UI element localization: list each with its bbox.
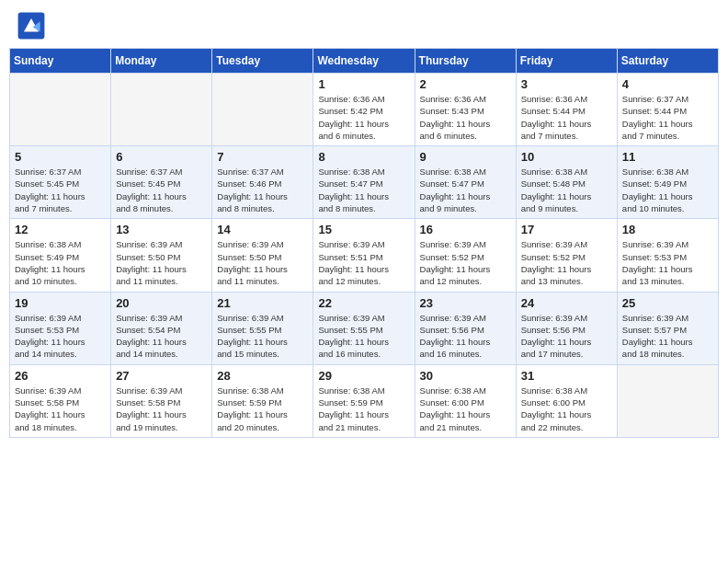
weekday-header-tuesday: Tuesday [212, 49, 313, 74]
day-info: Sunrise: 6:39 AMSunset: 5:53 PMDaylight:… [622, 238, 713, 287]
header [0, 0, 728, 48]
day-number: 30 [420, 369, 511, 383]
day-number: 2 [420, 77, 511, 91]
day-number: 27 [116, 369, 207, 383]
day-info: Sunrise: 6:39 AMSunset: 5:55 PMDaylight:… [318, 312, 409, 361]
day-number: 29 [318, 369, 409, 383]
weekday-header-monday: Monday [111, 49, 212, 74]
calendar-cell: 18Sunrise: 6:39 AMSunset: 5:53 PMDayligh… [617, 219, 718, 292]
calendar-cell: 7Sunrise: 6:37 AMSunset: 5:46 PMDaylight… [212, 146, 313, 219]
day-number: 5 [15, 150, 106, 164]
calendar-cell: 27Sunrise: 6:39 AMSunset: 5:58 PMDayligh… [111, 364, 212, 437]
calendar-cell: 26Sunrise: 6:39 AMSunset: 5:58 PMDayligh… [10, 364, 111, 437]
calendar-cell: 1Sunrise: 6:36 AMSunset: 5:42 PMDaylight… [313, 74, 415, 146]
day-number: 17 [521, 223, 612, 236]
day-number: 14 [217, 223, 308, 236]
day-number: 12 [15, 223, 106, 236]
day-number: 10 [521, 150, 612, 164]
weekday-header-wednesday: Wednesday [313, 49, 415, 74]
calendar-cell [111, 74, 212, 146]
day-info: Sunrise: 6:37 AMSunset: 5:45 PMDaylight:… [116, 166, 207, 214]
day-info: Sunrise: 6:39 AMSunset: 5:50 PMDaylight:… [217, 238, 308, 287]
weekday-header-saturday: Saturday [617, 49, 718, 74]
calendar-cell: 6Sunrise: 6:37 AMSunset: 5:45 PMDaylight… [111, 146, 212, 219]
calendar-cell: 14Sunrise: 6:39 AMSunset: 5:50 PMDayligh… [212, 219, 313, 292]
calendar-cell: 4Sunrise: 6:37 AMSunset: 5:44 PMDaylight… [617, 74, 718, 146]
day-info: Sunrise: 6:39 AMSunset: 5:57 PMDaylight:… [622, 312, 713, 361]
page: SundayMondayTuesdayWednesdayThursdayFrid… [0, 0, 728, 563]
day-number: 18 [622, 223, 713, 236]
calendar-cell: 31Sunrise: 6:38 AMSunset: 6:00 PMDayligh… [516, 364, 617, 437]
calendar-cell: 9Sunrise: 6:38 AMSunset: 5:47 PMDaylight… [415, 146, 516, 219]
calendar-cell: 11Sunrise: 6:38 AMSunset: 5:49 PMDayligh… [617, 146, 718, 219]
day-number: 4 [622, 77, 713, 91]
day-number: 6 [116, 150, 207, 164]
day-number: 3 [521, 77, 612, 91]
day-info: Sunrise: 6:39 AMSunset: 5:53 PMDaylight:… [15, 312, 106, 361]
calendar-cell: 2Sunrise: 6:36 AMSunset: 5:43 PMDaylight… [415, 74, 516, 146]
logo-icon [17, 11, 46, 40]
day-number: 9 [420, 150, 511, 164]
day-info: Sunrise: 6:39 AMSunset: 5:58 PMDaylight:… [116, 385, 207, 433]
day-info: Sunrise: 6:39 AMSunset: 5:58 PMDaylight:… [15, 385, 106, 433]
calendar-cell: 20Sunrise: 6:39 AMSunset: 5:54 PMDayligh… [111, 292, 212, 364]
day-number: 22 [318, 296, 409, 310]
calendar-week-row: 5Sunrise: 6:37 AMSunset: 5:45 PMDaylight… [10, 146, 719, 219]
day-number: 21 [217, 296, 308, 310]
calendar-cell [617, 364, 718, 437]
calendar-cell: 8Sunrise: 6:38 AMSunset: 5:47 PMDaylight… [313, 146, 415, 219]
day-info: Sunrise: 6:39 AMSunset: 5:52 PMDaylight:… [521, 238, 612, 287]
calendar-week-row: 1Sunrise: 6:36 AMSunset: 5:42 PMDaylight… [10, 74, 719, 146]
calendar-cell: 23Sunrise: 6:39 AMSunset: 5:56 PMDayligh… [415, 292, 516, 364]
calendar-cell: 3Sunrise: 6:36 AMSunset: 5:44 PMDaylight… [516, 74, 617, 146]
day-info: Sunrise: 6:38 AMSunset: 5:49 PMDaylight:… [15, 238, 106, 287]
day-info: Sunrise: 6:38 AMSunset: 5:48 PMDaylight:… [521, 166, 612, 214]
logo [17, 11, 50, 40]
day-number: 16 [420, 223, 511, 236]
weekday-header-friday: Friday [516, 49, 617, 74]
calendar-cell: 30Sunrise: 6:38 AMSunset: 6:00 PMDayligh… [415, 364, 516, 437]
day-info: Sunrise: 6:39 AMSunset: 5:56 PMDaylight:… [521, 312, 612, 361]
day-info: Sunrise: 6:38 AMSunset: 5:49 PMDaylight:… [622, 166, 713, 214]
calendar-cell: 5Sunrise: 6:37 AMSunset: 5:45 PMDaylight… [10, 146, 111, 219]
day-info: Sunrise: 6:36 AMSunset: 5:43 PMDaylight:… [420, 93, 511, 142]
calendar-cell: 10Sunrise: 6:38 AMSunset: 5:48 PMDayligh… [516, 146, 617, 219]
day-info: Sunrise: 6:38 AMSunset: 5:47 PMDaylight:… [318, 166, 409, 214]
day-number: 28 [217, 369, 308, 383]
day-number: 8 [318, 150, 409, 164]
calendar-cell: 29Sunrise: 6:38 AMSunset: 5:59 PMDayligh… [313, 364, 415, 437]
weekday-header-sunday: Sunday [10, 49, 111, 74]
day-info: Sunrise: 6:39 AMSunset: 5:51 PMDaylight:… [318, 238, 409, 287]
day-info: Sunrise: 6:39 AMSunset: 5:55 PMDaylight:… [217, 312, 308, 361]
calendar-week-row: 19Sunrise: 6:39 AMSunset: 5:53 PMDayligh… [10, 292, 719, 364]
calendar-cell [212, 74, 313, 146]
day-info: Sunrise: 6:36 AMSunset: 5:44 PMDaylight:… [521, 93, 612, 142]
calendar-cell [10, 74, 111, 146]
day-number: 1 [318, 77, 409, 91]
day-info: Sunrise: 6:36 AMSunset: 5:42 PMDaylight:… [318, 93, 409, 142]
day-number: 13 [116, 223, 207, 236]
day-number: 20 [116, 296, 207, 310]
calendar-cell: 12Sunrise: 6:38 AMSunset: 5:49 PMDayligh… [10, 219, 111, 292]
calendar-cell: 25Sunrise: 6:39 AMSunset: 5:57 PMDayligh… [617, 292, 718, 364]
day-number: 26 [15, 369, 106, 383]
day-info: Sunrise: 6:39 AMSunset: 5:56 PMDaylight:… [420, 312, 511, 361]
day-number: 23 [420, 296, 511, 310]
calendar-cell: 24Sunrise: 6:39 AMSunset: 5:56 PMDayligh… [516, 292, 617, 364]
calendar-cell: 28Sunrise: 6:38 AMSunset: 5:59 PMDayligh… [212, 364, 313, 437]
calendar-table: SundayMondayTuesdayWednesdayThursdayFrid… [9, 48, 719, 438]
day-info: Sunrise: 6:38 AMSunset: 6:00 PMDaylight:… [521, 385, 612, 433]
weekday-header-row: SundayMondayTuesdayWednesdayThursdayFrid… [10, 49, 719, 74]
calendar-cell: 17Sunrise: 6:39 AMSunset: 5:52 PMDayligh… [516, 219, 617, 292]
calendar-week-row: 26Sunrise: 6:39 AMSunset: 5:58 PMDayligh… [10, 364, 719, 437]
calendar-cell: 15Sunrise: 6:39 AMSunset: 5:51 PMDayligh… [313, 219, 415, 292]
day-number: 11 [622, 150, 713, 164]
day-number: 31 [521, 369, 612, 383]
calendar-week-row: 12Sunrise: 6:38 AMSunset: 5:49 PMDayligh… [10, 219, 719, 292]
day-number: 24 [521, 296, 612, 310]
day-number: 7 [217, 150, 308, 164]
day-info: Sunrise: 6:39 AMSunset: 5:50 PMDaylight:… [116, 238, 207, 287]
day-number: 15 [318, 223, 409, 236]
calendar-cell: 19Sunrise: 6:39 AMSunset: 5:53 PMDayligh… [10, 292, 111, 364]
calendar-cell: 13Sunrise: 6:39 AMSunset: 5:50 PMDayligh… [111, 219, 212, 292]
